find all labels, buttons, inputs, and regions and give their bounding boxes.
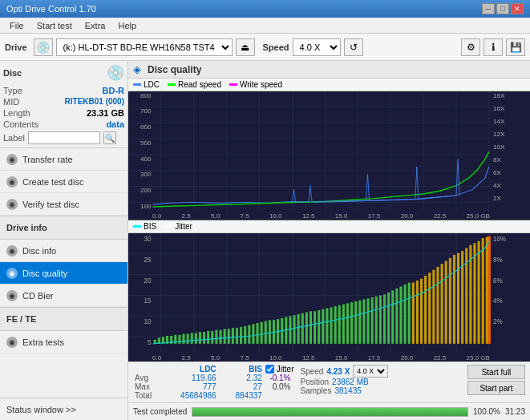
svg-rect-103 bbox=[322, 309, 324, 344]
disc-label-btn[interactable]: 🔍 bbox=[103, 131, 116, 144]
disc-label-input[interactable] bbox=[28, 131, 100, 144]
menu-file[interactable]: File bbox=[3, 19, 30, 32]
status-text: Test completed bbox=[133, 407, 187, 416]
speed-select[interactable]: 4.0 X 2.0 X 8.0 X bbox=[293, 38, 341, 56]
upper-chart: 800 700 600 500 400 300 200 100 18X 16X … bbox=[128, 91, 530, 220]
sidebar-item-verify-test-disc[interactable]: ◉ Verify test disc bbox=[0, 193, 127, 216]
menu-help[interactable]: Help bbox=[111, 19, 143, 32]
jitter-checkbox[interactable] bbox=[265, 365, 274, 374]
svg-rect-116 bbox=[375, 297, 378, 344]
sidebar-item-disc-info[interactable]: ◉ Disc info bbox=[0, 240, 127, 262]
progress-time: 31:23 bbox=[505, 407, 525, 416]
disc-mid-label: MID bbox=[3, 97, 19, 107]
svg-rect-144 bbox=[488, 236, 491, 344]
toolbar: Drive 💿 (k:) HL-DT-ST BD-RE WH16N58 TST4… bbox=[0, 34, 530, 61]
speed-value: 4.23 X bbox=[326, 367, 350, 376]
legend-bis: BIS bbox=[133, 222, 156, 231]
sidebar-item-disc-quality[interactable]: ◉ Disc quality bbox=[0, 262, 127, 285]
stats-row-max: Max 777 27 0.0% bbox=[133, 382, 294, 391]
sidebar-item-cd-bier[interactable]: ◉ CD Bier bbox=[0, 285, 127, 307]
save-button[interactable]: 💾 bbox=[506, 38, 525, 56]
settings-button[interactable]: ⚙ bbox=[461, 38, 480, 56]
svg-rect-95 bbox=[289, 316, 291, 343]
svg-rect-68 bbox=[178, 335, 180, 344]
svg-text:200: 200 bbox=[140, 187, 152, 194]
svg-text:14X: 14X bbox=[493, 118, 505, 125]
stats-footer: LDC BIS Jitter bbox=[128, 361, 530, 402]
disc-contents-row: Contents data bbox=[3, 119, 124, 130]
svg-rect-141 bbox=[478, 241, 480, 344]
svg-rect-74 bbox=[203, 332, 205, 344]
jitter-legend-label: Jitter bbox=[175, 222, 192, 231]
disc-quality-icon: ◉ bbox=[6, 268, 18, 279]
close-button[interactable]: ✕ bbox=[511, 3, 524, 14]
svg-text:700: 700 bbox=[140, 108, 152, 115]
maximize-button[interactable]: □ bbox=[496, 3, 509, 14]
svg-rect-140 bbox=[473, 243, 475, 344]
info-button[interactable]: ℹ bbox=[483, 38, 503, 56]
extra-tests-icon: ◉ bbox=[6, 337, 18, 348]
svg-text:4%: 4% bbox=[493, 297, 503, 305]
stats-speed-col: Speed 4.23 X 4.0 X 2.0 X Position 23862 … bbox=[301, 365, 462, 395]
disc-section: Disc 💿 Type BD-R MID RITEKB01 (000) Leng… bbox=[0, 61, 127, 148]
refresh-button[interactable]: ↺ bbox=[344, 38, 363, 56]
jitter-checkbox-label[interactable]: Jitter bbox=[265, 365, 294, 374]
sidebar-item-extra-tests[interactable]: ◉ Extra tests bbox=[0, 331, 127, 353]
stats-total-ldc: 45684986 bbox=[161, 391, 220, 400]
ldc-legend-label: LDC bbox=[144, 80, 160, 89]
sidebar-item-create-test-disc[interactable]: ◉ Create test disc bbox=[0, 171, 127, 193]
svg-text:30: 30 bbox=[144, 234, 152, 243]
svg-rect-77 bbox=[215, 330, 217, 344]
status-window-section[interactable]: Status window >> bbox=[0, 398, 127, 420]
stats-header-check: Jitter bbox=[265, 365, 294, 374]
svg-text:5: 5 bbox=[148, 337, 152, 346]
samples-row: Samples 381435 bbox=[301, 386, 462, 395]
sidebar-item-transfer-rate[interactable]: ◉ Transfer rate bbox=[0, 148, 127, 171]
eject-button[interactable]: ⏏ bbox=[236, 38, 255, 56]
disc-length-value: 23.31 GB bbox=[87, 108, 124, 118]
svg-rect-89 bbox=[265, 321, 267, 344]
svg-text:20: 20 bbox=[144, 276, 152, 285]
position-label: Position bbox=[301, 378, 330, 386]
window-controls[interactable]: ─ □ ✕ bbox=[482, 3, 524, 14]
menubar: File Start test Extra Help bbox=[0, 18, 530, 34]
sidebar-item-label-transfer-rate: Transfer rate bbox=[22, 155, 73, 164]
disc-label-label: Label bbox=[3, 133, 25, 143]
menu-start-test[interactable]: Start test bbox=[30, 19, 79, 32]
svg-rect-132 bbox=[441, 264, 443, 344]
svg-rect-87 bbox=[257, 323, 259, 344]
svg-text:15: 15 bbox=[144, 297, 152, 305]
drive-info-section[interactable]: Drive info bbox=[0, 216, 127, 240]
start-part-button[interactable]: Start part bbox=[467, 381, 525, 395]
svg-text:16X: 16X bbox=[493, 105, 505, 112]
lower-x-axis: 0.0 2.5 5.0 7.5 10.0 12.5 15.0 17.5 20.0… bbox=[152, 354, 490, 361]
disc-mid-value: RITEKB01 (000) bbox=[65, 97, 124, 107]
bis-legend-label: BIS bbox=[144, 222, 156, 231]
svg-rect-121 bbox=[395, 289, 398, 344]
menu-extra[interactable]: Extra bbox=[79, 19, 112, 32]
disc-label-row: Label 🔍 bbox=[3, 131, 124, 144]
svg-rect-98 bbox=[301, 313, 304, 344]
stats-max-label: Max bbox=[133, 382, 161, 391]
svg-rect-115 bbox=[371, 297, 374, 344]
svg-rect-112 bbox=[358, 301, 361, 344]
stats-max-bis: 27 bbox=[220, 382, 265, 391]
sidebar-bottom: Status window >> bbox=[0, 353, 127, 420]
speed-label: Speed bbox=[301, 367, 324, 376]
drive-icon-btn[interactable]: 💿 bbox=[34, 38, 53, 56]
minimize-button[interactable]: ─ bbox=[482, 3, 495, 14]
svg-text:2X: 2X bbox=[493, 195, 502, 202]
fe-te-section[interactable]: FE / TE bbox=[0, 307, 127, 331]
disc-type-label: Type bbox=[3, 86, 22, 95]
position-value: 23862 MB bbox=[332, 378, 369, 386]
speed-select[interactable]: 4.0 X 2.0 X bbox=[353, 365, 388, 378]
svg-text:400: 400 bbox=[140, 155, 152, 163]
svg-text:300: 300 bbox=[140, 172, 152, 179]
start-full-button[interactable]: Start full bbox=[467, 365, 525, 379]
svg-rect-69 bbox=[182, 334, 184, 344]
svg-text:18X: 18X bbox=[493, 92, 505, 99]
svg-rect-105 bbox=[330, 307, 333, 344]
drive-select[interactable]: (k:) HL-DT-ST BD-RE WH16N58 TST4 bbox=[56, 38, 233, 56]
start-buttons: Start full Start part bbox=[467, 365, 525, 395]
svg-rect-108 bbox=[342, 305, 345, 344]
